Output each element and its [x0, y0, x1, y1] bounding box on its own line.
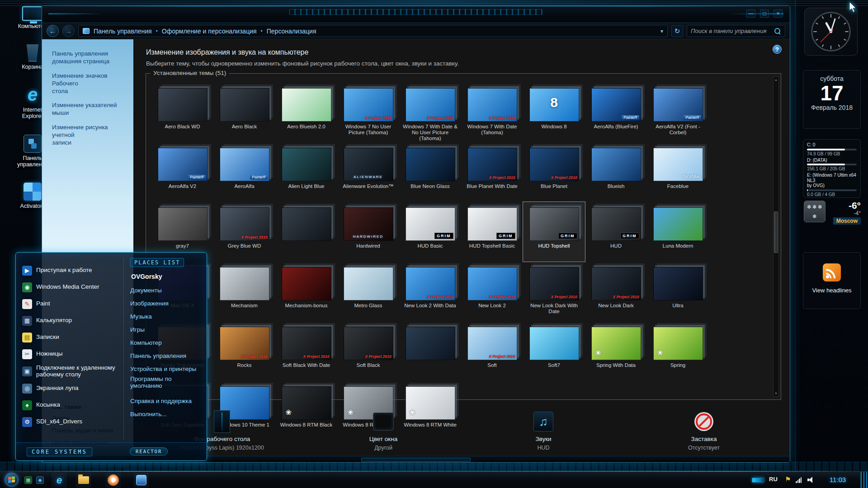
search-icon[interactable] — [774, 28, 781, 35]
rss-label[interactable]: View headlines — [812, 287, 851, 294]
media-player-icon[interactable] — [105, 473, 121, 488]
start-menu-place[interactable]: Изображения — [130, 297, 201, 310]
start-menu-place[interactable]: Панель управления — [130, 349, 201, 362]
theme-item[interactable]: Mechanism-bonus — [275, 262, 337, 321]
theme-item[interactable]: Ultra — [647, 262, 709, 321]
theme-item[interactable]: X Project 2010New Look Dark With Date — [523, 262, 585, 321]
start-menu-item[interactable]: ✂Ножницы — [22, 348, 118, 360]
theme-component-saver[interactable]: ЗаставкаОтсутствует — [650, 410, 758, 451]
start-button[interactable] — [5, 473, 19, 487]
forward-icon[interactable]: → — [62, 25, 75, 37]
theme-item[interactable]: Soft7 — [523, 321, 585, 381]
theme-item[interactable]: X Project 2010Soft Black — [337, 321, 399, 381]
maximize-icon[interactable]: □ — [760, 9, 769, 18]
start-menu-place[interactable]: Устройства и принтеры — [130, 362, 201, 375]
breadcrumb-item[interactable]: Персонализация — [267, 28, 316, 35]
theme-item[interactable]: X Project 2010Rocks — [213, 321, 275, 381]
theme-item[interactable]: PainteRAeroAlfa V2 (Font - Corbel) — [647, 83, 709, 142]
search-input[interactable] — [691, 28, 771, 34]
themes-scrollbar[interactable]: ▲ ▼ — [773, 76, 779, 397]
theme-item[interactable]: X Project 2010Windows 7 No User Picture … — [337, 83, 399, 142]
theme-item[interactable]: HARDWIREDHardwired — [337, 202, 399, 262]
start-menu-item[interactable]: ▤Записки — [22, 331, 118, 343]
theme-item[interactable]: ❀Spring With Data — [585, 321, 647, 381]
window-titlebar[interactable]: — □ × — [42, 6, 790, 23]
theme-item[interactable]: GRIMHUD Topshell Basic — [461, 202, 523, 262]
start-menu-item[interactable]: ▶Приступая к работе — [22, 264, 118, 277]
theme-item[interactable]: Aero Black WD — [151, 83, 213, 142]
theme-item[interactable]: PainteRAeroAlfa — [213, 142, 275, 202]
theme-item[interactable]: Aero Black — [213, 83, 275, 142]
pinned-app-icon[interactable] — [133, 473, 149, 488]
language-indicator[interactable]: RU — [769, 476, 778, 483]
theme-component-color[interactable]: Цвет окнаДругой — [329, 410, 438, 451]
start-menu-item[interactable]: ⚙SDI_x64_Drivers — [22, 416, 118, 428]
help-icon[interactable]: ? — [773, 45, 782, 54]
theme-item[interactable]: X Project 2010Soft Black With Date — [275, 321, 337, 381]
theme-item[interactable]: GRIMHUD Basic — [399, 202, 461, 262]
rss-icon[interactable] — [823, 263, 841, 282]
theme-item[interactable]: X Project 2010Windows 7 With Date & No U… — [399, 83, 461, 142]
breadcrumb[interactable]: Панель управления•Оформление и персонали… — [78, 25, 668, 37]
start-menu-place[interactable]: Игры — [130, 323, 201, 336]
taskbar-clock[interactable]: 11:03 — [824, 476, 852, 483]
action-center-flag-icon[interactable]: ⚑ — [785, 475, 791, 483]
theme-item[interactable]: X Project 2010New Look Dark — [585, 262, 647, 321]
start-menu-place[interactable]: Документы — [130, 284, 201, 297]
theme-item[interactable]: 8Windows 8 — [523, 83, 585, 142]
theme-item[interactable]: X Project 2010New Look 2 — [461, 262, 523, 321]
breadcrumb-item[interactable]: Панель управления — [94, 28, 152, 35]
scroll-up-icon[interactable]: ▲ — [774, 77, 778, 83]
scroll-down-icon[interactable]: ▼ — [774, 390, 778, 396]
quick-launch-icon-2[interactable]: ◈ — [36, 476, 44, 484]
back-icon[interactable]: ← — [47, 25, 59, 37]
start-menu-place[interactable]: Музыка — [130, 310, 201, 323]
theme-item[interactable]: X Project 2010New Look 2 With Data — [399, 262, 461, 321]
quick-launch-icon-1[interactable]: ▦ — [24, 476, 32, 484]
chevron-down-icon[interactable]: ▾ — [660, 28, 663, 34]
start-menu-item[interactable]: ◎Экранная лупа — [22, 382, 118, 394]
theme-item[interactable]: Alien Light Blue — [275, 142, 337, 202]
close-icon[interactable]: × — [774, 9, 783, 18]
theme-item[interactable]: Metro Glass — [337, 262, 399, 321]
theme-item[interactable]: Mechanism — [213, 262, 275, 321]
theme-item[interactable]: X Project 2010Blue Planet With Date — [461, 142, 523, 202]
theme-component-sounds[interactable]: ♫ЗвукиHUD — [489, 410, 598, 451]
theme-item[interactable]: X Project 2010Grey Blue WD — [213, 202, 275, 262]
sidebar-link[interactable]: Изменение указателей мыши — [52, 102, 127, 117]
theme-item[interactable]: Blueish — [585, 142, 647, 202]
theme-item[interactable]: X Project 2010Blue Planet — [523, 142, 585, 202]
sidebar-link[interactable]: Изменение рисунка учетной записи — [52, 124, 127, 147]
theme-item[interactable]: PainteRAeroAlfa (BlueFire) — [585, 83, 647, 142]
theme-item[interactable]: PainteRAeroAlfa V2 — [151, 142, 213, 202]
file-explorer-icon[interactable] — [76, 473, 91, 488]
theme-item[interactable]: X Project 2010Soft — [461, 321, 523, 381]
theme-item[interactable]: GRIMHUD — [585, 202, 647, 262]
minimize-icon[interactable]: — — [746, 9, 755, 18]
theme-item[interactable]: GRIMHUD Topshell — [523, 202, 585, 262]
start-menu-system-link[interactable]: Выполнить... — [130, 408, 201, 421]
start-menu-item[interactable]: ▦Калькулятор — [22, 314, 118, 327]
start-menu-item[interactable]: ▣Подключение к удаленному рабочему столу — [22, 365, 118, 378]
theme-item[interactable]: faceblueFaceblue — [647, 142, 709, 202]
start-menu-system-link[interactable]: Справка и поддержка — [130, 394, 201, 408]
theme-item[interactable]: ❀Spring — [647, 321, 709, 381]
theme-item[interactable]: Blue Neon Glass — [399, 142, 461, 202]
start-menu-item[interactable]: ◉Windows Media Center — [22, 281, 118, 293]
theme-item[interactable] — [399, 321, 461, 381]
weather-city[interactable]: Moscow — [833, 217, 861, 225]
start-menu-item[interactable]: ✎Paint — [22, 298, 118, 310]
internet-explorer-icon[interactable]: e — [52, 473, 67, 488]
start-menu-place[interactable]: Компьютер — [130, 336, 201, 349]
refresh-icon[interactable]: ↻ — [671, 25, 683, 37]
start-menu-item[interactable]: ♠Косынка — [22, 399, 118, 411]
scrollbar-thumb[interactable] — [774, 211, 778, 253]
theme-item[interactable] — [275, 202, 337, 262]
show-desktop-button[interactable] — [860, 472, 868, 488]
theme-item[interactable]: X Project 2010Windows 7 With Date (Tahom… — [461, 83, 523, 142]
theme-item[interactable]: Luna Modern — [647, 202, 709, 262]
sidebar-link[interactable]: Изменение значков Рабочего стола — [52, 72, 127, 95]
volume-icon[interactable] — [807, 477, 815, 483]
reactor-button[interactable]: REACTOR — [130, 447, 168, 455]
theme-item[interactable]: ALIENWAREAlienware Evolution™ — [337, 142, 399, 202]
